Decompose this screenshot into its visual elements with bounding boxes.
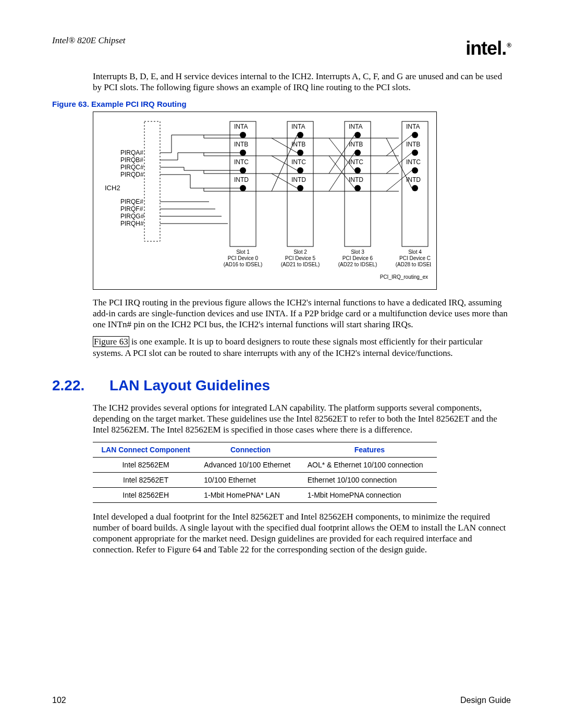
svg-point-19 bbox=[297, 167, 303, 174]
svg-point-17 bbox=[297, 132, 303, 138]
svg-rect-10 bbox=[287, 121, 313, 246]
slot-device: PCI Device 5 bbox=[285, 255, 316, 261]
svg-point-16 bbox=[240, 185, 246, 191]
svg-point-25 bbox=[412, 132, 418, 138]
lan-components-table: LAN Connect Component Connection Feature… bbox=[93, 442, 437, 503]
intro-paragraph: Interrupts B, D, E, and H service device… bbox=[93, 71, 511, 93]
figure-footer-tag: PCI_IRQ_routing_ex bbox=[380, 274, 428, 280]
routing-diagram: ICH2 PIRQA# PIRQB# PIRQC# PIRQD# PIRQE# … bbox=[100, 117, 431, 284]
slot-name: Slot 2 bbox=[293, 249, 307, 255]
doc-label: Design Guide bbox=[460, 696, 511, 705]
th-component: LAN Connect Component bbox=[93, 442, 199, 457]
logo-dot: . bbox=[501, 38, 507, 59]
svg-point-18 bbox=[297, 150, 303, 156]
svg-point-14 bbox=[240, 150, 246, 156]
int-label: INTB bbox=[234, 141, 248, 148]
cell-features: AOL* & Ethernet 10/100 connection bbox=[302, 457, 437, 472]
int-label: INTA bbox=[349, 123, 362, 130]
svg-line-54 bbox=[329, 135, 354, 174]
int-label: INTB bbox=[406, 141, 420, 148]
slot-idsel: (AD21 to IDSEL) bbox=[281, 262, 320, 267]
post-figure-para-1: The PCI IRQ routing in the previous figu… bbox=[93, 297, 511, 330]
cell-connection: 10/100 Ethernet bbox=[199, 472, 302, 487]
pirq-label: PIRQF# bbox=[120, 205, 143, 213]
pirq-label: PIRQC# bbox=[120, 164, 144, 171]
section-number: 2.22. bbox=[52, 377, 93, 394]
svg-point-26 bbox=[412, 150, 418, 156]
int-label: INTC bbox=[234, 158, 249, 166]
pirq-label: PIRQG# bbox=[120, 213, 144, 220]
pirq-label: PIRQB# bbox=[120, 156, 143, 164]
svg-point-13 bbox=[240, 132, 246, 138]
int-label: INTA bbox=[291, 123, 305, 130]
cell-component: Intel 82562EM bbox=[93, 457, 199, 472]
slot-device: PCI Device 6 bbox=[342, 255, 373, 261]
slot-name: Slot 1 bbox=[236, 249, 250, 255]
figure-box: ICH2 PIRQA# PIRQB# PIRQC# PIRQD# PIRQE# … bbox=[93, 112, 437, 290]
figure-crossref-link[interactable]: Figure 63 bbox=[93, 336, 129, 347]
slot-device: PCI Device 0 bbox=[228, 255, 259, 261]
logo-word: intel bbox=[466, 38, 501, 59]
table-row: Intel 82562EM Advanced 10/100 Ethernet A… bbox=[93, 457, 437, 472]
ich2-label: ICH2 bbox=[105, 184, 120, 192]
table-header-row: LAN Connect Component Connection Feature… bbox=[93, 442, 437, 457]
section-para-1: The ICH2 provides several options for in… bbox=[93, 402, 511, 436]
int-label: INTD bbox=[291, 176, 306, 183]
pirq-label: PIRQD# bbox=[120, 171, 144, 178]
slot-idsel: (AD16 to IDSEL) bbox=[224, 262, 262, 267]
svg-rect-11 bbox=[345, 121, 371, 246]
svg-point-15 bbox=[240, 167, 246, 174]
post-figure-para-2-rest: is one example. It is up to board design… bbox=[93, 337, 483, 357]
svg-point-24 bbox=[354, 185, 361, 191]
figure-caption: Figure 63. Example PCI IRQ Routing bbox=[52, 100, 511, 108]
slot-idsel: (AD22 to IDSEL) bbox=[338, 262, 377, 267]
int-label: INTA bbox=[406, 123, 420, 130]
int-label: INTD bbox=[234, 176, 249, 183]
svg-point-23 bbox=[354, 167, 361, 174]
section-para-2: Intel developed a dual footprint for the… bbox=[93, 511, 511, 556]
int-label: INTC bbox=[291, 158, 306, 166]
pirq-label: PIRQE# bbox=[120, 198, 143, 205]
pirq-label: PIRQH# bbox=[120, 220, 144, 227]
int-label: INTC bbox=[349, 158, 363, 166]
svg-point-27 bbox=[412, 167, 418, 174]
int-label: INTB bbox=[291, 141, 305, 148]
cell-component: Intel 82562EH bbox=[93, 487, 199, 502]
int-label: INTB bbox=[349, 141, 363, 148]
int-label: INTD bbox=[406, 176, 421, 183]
th-features: Features bbox=[302, 442, 437, 457]
intel-logo: intel.® bbox=[466, 38, 511, 59]
slot-device: PCI Device C bbox=[399, 255, 431, 261]
svg-point-22 bbox=[354, 150, 361, 156]
post-figure-para-2: Figure 63 is one example. It is up to bo… bbox=[93, 336, 511, 359]
int-label: INTD bbox=[349, 176, 363, 183]
running-head: Intel® 820E Chipset bbox=[52, 35, 511, 46]
cell-component: Intel 82562ET bbox=[93, 472, 199, 487]
slot-name: Slot 4 bbox=[408, 249, 422, 255]
svg-line-55 bbox=[329, 153, 354, 191]
svg-rect-9 bbox=[230, 121, 256, 246]
section-title: LAN Layout Guidelines bbox=[109, 377, 270, 394]
th-connection: Connection bbox=[199, 442, 302, 457]
cell-features: 1-Mbit HomePNA connection bbox=[302, 487, 437, 502]
svg-point-21 bbox=[354, 132, 361, 138]
int-label: INTA bbox=[234, 123, 248, 130]
page-number: 102 bbox=[52, 696, 66, 705]
int-label: INTC bbox=[406, 158, 421, 166]
table-row: Intel 82562EH 1-Mbit HomePNA* LAN 1-Mbit… bbox=[93, 487, 437, 502]
svg-point-28 bbox=[412, 185, 418, 191]
table-row: Intel 82562ET 10/100 Ethernet Ethernet 1… bbox=[93, 472, 437, 487]
logo-reg: ® bbox=[507, 42, 511, 49]
cell-features: Ethernet 10/100 connection bbox=[302, 472, 437, 487]
slot-idsel: (AD28 to IDSEL) bbox=[396, 262, 431, 267]
cell-connection: 1-Mbit HomePNA* LAN bbox=[199, 487, 302, 502]
svg-rect-0 bbox=[144, 121, 160, 241]
cell-connection: Advanced 10/100 Ethernet bbox=[199, 457, 302, 472]
pirq-label: PIRQA# bbox=[120, 149, 143, 156]
svg-point-20 bbox=[297, 185, 303, 191]
slot-name: Slot 3 bbox=[351, 249, 364, 255]
